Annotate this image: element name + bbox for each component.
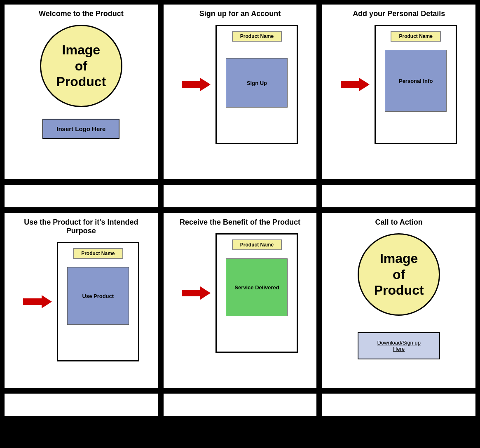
cell-cta: Call to Action ImageofProduct Download/S…	[321, 212, 477, 389]
signup-arrow-icon	[182, 76, 211, 93]
receive-with-arrow: Product Name Service Delivered	[169, 233, 312, 353]
receive-mockup: Product Name Service Delivered	[215, 233, 298, 353]
cell-welcome: Welcome to the Product ImageofProduct In…	[3, 3, 159, 181]
svg-marker-2	[23, 295, 52, 308]
cell-personal-title: Add your Personal Details	[351, 9, 447, 18]
svg-marker-0	[182, 78, 211, 91]
personal-arrow-icon	[341, 76, 370, 93]
use-arrow-icon	[23, 293, 52, 310]
product-circle-text-cta: ImageofProduct	[374, 251, 424, 298]
cell-personal: Add your Personal Details Product Name P…	[321, 3, 477, 181]
signup-mockup: Product Name Sign Up	[215, 25, 298, 144]
spacer-6	[321, 392, 477, 417]
cell-welcome-title: Welcome to the Product	[37, 9, 125, 18]
personal-box: Personal Info	[385, 50, 447, 112]
personal-product-name: Product Name	[391, 31, 440, 42]
personal-mockup: Product Name Personal Info	[375, 25, 457, 144]
cell-signup: Sign up for an Account Product Name Sign…	[162, 3, 318, 181]
insert-logo-button[interactable]: Insert Logo Here	[42, 119, 119, 139]
personal-with-arrow: Product Name Personal Info	[327, 25, 471, 144]
use-product-name: Product Name	[73, 248, 123, 259]
cell-use-title: Use the Product for it's Intended Purpos…	[9, 218, 153, 235]
product-circle-welcome: ImageofProduct	[40, 25, 122, 107]
receive-product-name: Product Name	[232, 239, 282, 250]
cell-receive: Receive the Benefit of the Product Produ…	[162, 212, 318, 389]
spacer-2	[162, 184, 318, 209]
svg-marker-3	[182, 286, 211, 300]
receive-arrow-icon	[182, 285, 211, 301]
cell-use: Use the Product for it's Intended Purpos…	[3, 212, 159, 389]
product-circle-text-welcome: ImageofProduct	[56, 42, 106, 89]
svg-marker-1	[341, 78, 370, 91]
download-button[interactable]: Download/Sign up Here	[358, 332, 440, 359]
spacer-3	[321, 184, 477, 209]
use-with-arrow: Product Name Use Product	[9, 242, 153, 361]
cell-receive-title: Receive the Benefit of the Product	[178, 218, 302, 227]
use-mockup: Product Name Use Product	[57, 242, 139, 361]
service-box: Service Delivered	[226, 258, 288, 316]
cell-signup-title: Sign up for an Account	[198, 9, 282, 18]
use-box: Use Product	[67, 267, 129, 325]
cell-cta-title: Call to Action	[373, 218, 424, 227]
product-circle-cta: ImageofProduct	[358, 233, 440, 316]
main-grid: Welcome to the Product ImageofProduct In…	[0, 0, 480, 420]
signup-product-name: Product Name	[232, 31, 282, 42]
signup-box: Sign Up	[226, 58, 288, 108]
spacer-1	[3, 184, 159, 209]
signup-with-arrow: Product Name Sign Up	[169, 25, 312, 144]
spacer-5	[162, 392, 318, 417]
spacer-4	[3, 392, 159, 417]
